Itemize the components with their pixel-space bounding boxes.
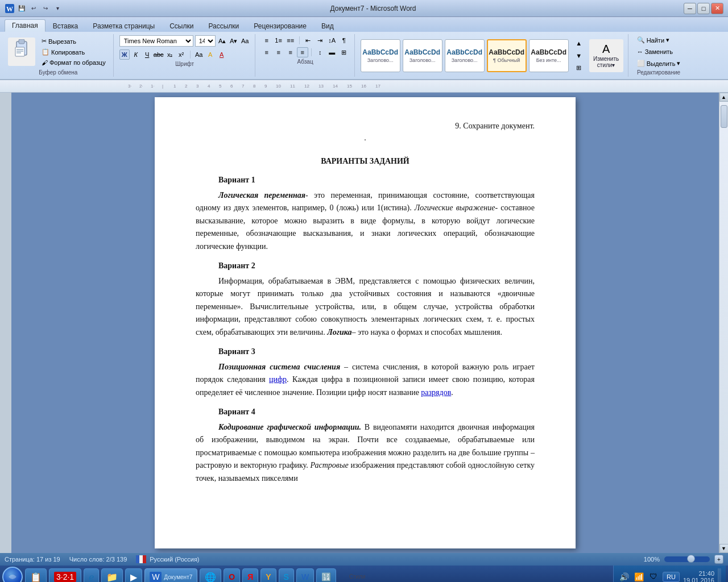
decrease-font-button[interactable]: A▾ <box>229 36 239 46</box>
tab-references[interactable]: Ссылки <box>162 20 201 32</box>
italic-button[interactable]: К <box>131 49 141 60</box>
document-page[interactable]: 9. Сохраните документ. · ВАРИАНТЫ ЗАДАНИ… <box>155 97 576 548</box>
border-button[interactable]: ⊞ <box>338 47 350 57</box>
font-name-select[interactable]: Times New Roman <box>119 35 193 47</box>
superscript-button[interactable]: x² <box>176 49 187 60</box>
tray-icon-3[interactable]: 🛡 <box>648 571 659 582</box>
select-button[interactable]: ⬜ Выделить ▾ <box>634 59 684 68</box>
scroll-down-button[interactable]: ▼ <box>719 544 729 553</box>
align-left-button[interactable]: ≡ <box>261 47 272 57</box>
show-marks-button[interactable]: ¶ <box>338 35 350 45</box>
quick-undo-button[interactable]: ↩ <box>28 3 39 14</box>
quick-access-dropdown[interactable]: ▾ <box>52 3 63 14</box>
find-button[interactable]: 🔍 Найти ▾ <box>634 35 672 45</box>
tab-mailings[interactable]: Рассылки <box>201 20 246 32</box>
font-size-buttons: A▴ A▾ Aa <box>217 36 250 46</box>
format-row: Ж К Ч аbc x₂ x² Aa A A <box>119 49 250 60</box>
show-desktop-button[interactable] <box>718 568 721 582</box>
zoom-slider[interactable] <box>664 556 710 562</box>
minimize-button[interactable]: ─ <box>684 3 696 14</box>
top-text: 9. Сохраните документ. <box>196 120 535 132</box>
taskbar-media[interactable]: ▶ <box>125 568 142 582</box>
variant-3-link1[interactable]: цифр <box>269 375 287 384</box>
copy-button[interactable]: 📋 Копировать <box>39 47 109 57</box>
style-normal[interactable]: АаВbCcDd ¶ Обычный <box>487 39 527 72</box>
style-heading3[interactable]: АаВbCcDd Заголово... <box>445 39 485 72</box>
tab-view[interactable]: Вид <box>314 20 341 32</box>
shading-button[interactable]: ▬ <box>326 47 338 57</box>
section-title: ВАРИАНТЫ ЗАДАНИЙ <box>196 155 535 167</box>
styles-expand[interactable]: ⊞ <box>573 63 585 73</box>
align-right-button[interactable]: ≡ <box>285 47 296 57</box>
bold-button[interactable]: Ж <box>119 49 130 60</box>
taskbar-word[interactable]: W Документ7 <box>144 568 197 582</box>
bullet-list-button[interactable]: ≡ <box>261 35 272 45</box>
align-center-button[interactable]: ≡ <box>273 47 284 57</box>
taskbar-explorer[interactable]: 📁 <box>101 568 123 582</box>
quick-redo-button[interactable]: ↪ <box>40 3 51 14</box>
font-color-button[interactable]: A <box>217 49 227 60</box>
taskbar-word2[interactable]: W <box>296 568 314 582</box>
font-size-select[interactable]: 14 <box>195 35 216 47</box>
taskbar-321[interactable]: 3·2·1 <box>49 568 81 582</box>
increase-indent-button[interactable]: ⇥ <box>315 35 326 45</box>
tray-icon-1[interactable]: 🔊 <box>618 571 630 582</box>
text-effect-button[interactable]: Aa <box>194 49 204 60</box>
taskbar-yandex[interactable]: Я <box>242 568 258 582</box>
style-heading2[interactable]: АаВbCcDd Заголово... <box>403 39 442 72</box>
decrease-indent-button[interactable]: ⇤ <box>303 35 314 45</box>
taskbar-tray: 🔊 📶 🛡 RU 21:40 19.01.2016 <box>613 566 726 582</box>
taskbar-opera[interactable]: O <box>224 568 240 582</box>
taskbar-ie[interactable]: ℯ <box>84 568 99 582</box>
taskbar-chrome[interactable]: 🌐 <box>200 568 221 582</box>
clipboard-label: Буфер обмена <box>39 69 77 76</box>
variant-3-text: Позиционная система счисления – система … <box>196 361 535 399</box>
change-styles-button[interactable]: A Изменитьстили▾ <box>589 39 623 72</box>
sort-button[interactable]: ↕A <box>326 35 338 45</box>
taskbar-yandex2[interactable]: Y <box>260 568 276 582</box>
underline-button[interactable]: Ч <box>142 49 152 60</box>
styles-scroll-down[interactable]: ▼ <box>573 51 585 61</box>
tab-review[interactable]: Рецензирование <box>246 20 314 32</box>
paste-button[interactable] <box>8 38 35 66</box>
strikethrough-button[interactable]: аbc <box>154 49 164 60</box>
style-heading1[interactable]: АаВbCcDd Заголово... <box>361 39 400 72</box>
zoom-slider-thumb[interactable] <box>687 555 695 563</box>
clear-format-button[interactable]: Aa <box>240 36 250 46</box>
subscript-button[interactable]: x₂ <box>165 49 175 60</box>
taskbar-show-desktop[interactable]: 📋 <box>25 568 47 582</box>
close-button[interactable]: ✕ <box>711 3 723 14</box>
styles-group: АаВbCcDd Заголово... АаВbCcDd Заголово..… <box>356 34 628 77</box>
variant-3-link2[interactable]: разрядов <box>421 388 451 397</box>
maximize-button[interactable]: □ <box>697 3 710 14</box>
quick-save-button[interactable]: 💾 <box>16 3 27 14</box>
taskbar-skype[interactable]: S <box>279 568 294 582</box>
window-controls: ─ □ ✕ <box>684 3 723 14</box>
zoom-in-button[interactable]: + <box>714 555 723 564</box>
language-button[interactable]: RU <box>663 572 680 582</box>
scroll-thumb[interactable] <box>721 105 727 128</box>
variant-3-italic: Позиционная система счисления <box>218 363 340 371</box>
line-spacing-button[interactable]: ↕ <box>315 47 326 57</box>
ribbon-content: ✂ Вырезать 📋 Копировать 🖌 Формат по обра… <box>0 32 728 79</box>
tray-icon-2[interactable]: 📶 <box>633 571 644 582</box>
increase-font-button[interactable]: A▴ <box>217 36 228 46</box>
align-justify-button[interactable]: ≡ <box>297 47 308 57</box>
cut-button[interactable]: ✂ Вырезать <box>39 36 109 46</box>
page-content: 9. Сохраните документ. · ВАРИАНТЫ ЗАДАНИ… <box>196 120 535 485</box>
highlight-button[interactable]: A <box>205 49 216 60</box>
paragraph-top-row: ≡ 1≡ ≡≡ ⇤ ⇥ ↕A ¶ <box>261 35 350 45</box>
tab-insert[interactable]: Вставка <box>46 20 86 32</box>
tab-page-layout[interactable]: Разметка страницы <box>85 20 162 32</box>
styles-scroll-up[interactable]: ▲ <box>573 38 585 48</box>
style-no-spacing[interactable]: АаВbCcDd Без инте... <box>529 39 569 72</box>
format-painter-button[interactable]: 🖌 Формат по образцу <box>39 58 109 67</box>
language-indicator[interactable]: Русский (Россия) <box>136 555 199 563</box>
scroll-up-button[interactable]: ▲ <box>719 93 729 102</box>
tab-home[interactable]: Главная <box>5 19 46 32</box>
multilevel-list-button[interactable]: ≡≡ <box>285 35 296 45</box>
taskbar-calc[interactable]: 🔢 <box>316 568 336 582</box>
numbered-list-button[interactable]: 1≡ <box>273 35 284 45</box>
replace-button[interactable]: ↔ Заменить <box>634 47 676 56</box>
start-button[interactable] <box>2 567 23 582</box>
